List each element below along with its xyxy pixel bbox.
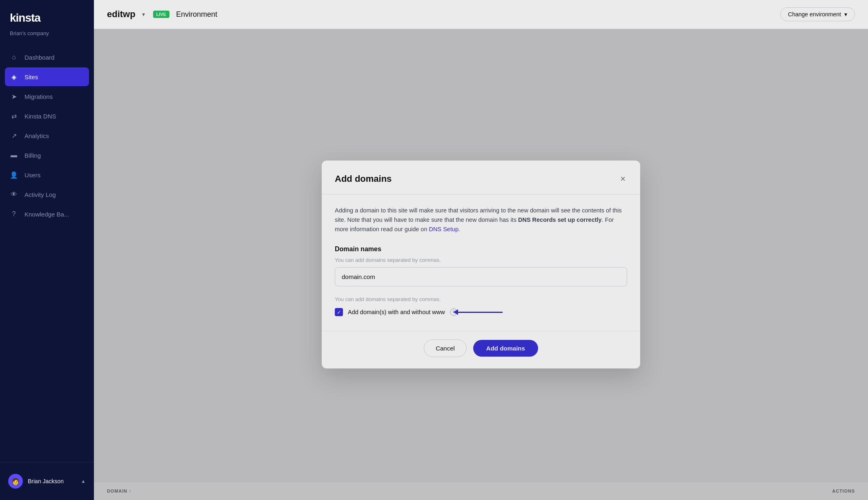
analytics-icon: ↗: [10, 132, 18, 140]
site-name: editwp: [107, 9, 136, 20]
topbar-right: Change environment ▾: [780, 7, 855, 21]
dns-icon: ⇄: [10, 112, 18, 120]
change-environment-button[interactable]: Change environment ▾: [780, 7, 855, 21]
sidebar-item-label: Kinsta DNS: [24, 113, 56, 120]
chevron-down-icon: ▾: [844, 11, 847, 18]
sites-icon: ◈: [10, 73, 18, 81]
activity-log-icon: 👁: [10, 190, 18, 199]
sidebar-item-kinsta-dns[interactable]: ⇄ Kinsta DNS: [0, 107, 94, 125]
home-icon: ⌂: [10, 53, 18, 61]
sidebar-item-label: Migrations: [24, 93, 53, 100]
site-dropdown-arrow[interactable]: ▾: [142, 11, 145, 18]
checkmark-icon: ✓: [337, 309, 341, 315]
domain-names-label: Domain names: [335, 246, 627, 253]
avatar: 🧑: [8, 474, 23, 489]
arrow-line: [458, 312, 503, 313]
users-icon: 👤: [10, 171, 18, 179]
modal-footer: Cancel Add domains: [322, 331, 640, 368]
user-profile[interactable]: 🧑 Brian Jackson ▲: [0, 469, 94, 493]
live-badge: LIVE: [153, 11, 169, 18]
input-hint: You can add domains separated by commas.: [335, 257, 627, 263]
chevron-up-icon: ▲: [81, 478, 86, 484]
modal-title: Add domains: [335, 174, 392, 184]
sidebar-nav: ⌂ Dashboard ◈ Sites ➤ Migrations ⇄ Kinst…: [0, 45, 94, 462]
input-hint2: You can add domains separated by commas.: [335, 296, 627, 302]
add-domains-button[interactable]: Add domains: [473, 340, 538, 357]
migrations-icon: ➤: [10, 92, 18, 100]
billing-icon: ▬: [10, 151, 18, 159]
sidebar-item-label: Knowledge Ba...: [24, 211, 69, 218]
main-content: editwp ▾ LIVE Environment Change environ…: [94, 0, 868, 500]
sidebar-item-label: Sites: [24, 74, 38, 80]
cancel-button[interactable]: Cancel: [424, 339, 467, 357]
checkbox-row: ✓ Add domain(s) with and without www ?: [335, 308, 627, 316]
sidebar-item-label: Dashboard: [24, 54, 54, 61]
domain-input[interactable]: [335, 267, 627, 286]
modal-body: Adding a domain to this site will make s…: [322, 194, 640, 331]
checkbox-label: Add domain(s) with and without www: [348, 309, 445, 315]
logo-area: kinsta: [0, 0, 94, 29]
logo: kinsta: [10, 11, 84, 25]
sidebar-item-billing[interactable]: ▬ Billing: [0, 146, 94, 165]
sidebar-item-knowledge-base[interactable]: ? Knowledge Ba...: [0, 205, 94, 223]
user-name: Brian Jackson: [28, 478, 76, 484]
environment-label: Environment: [176, 10, 217, 19]
sidebar-item-analytics[interactable]: ↗ Analytics: [0, 126, 94, 145]
content-area: DOMAIN ↑ ACTIONS Add domains × Adding a …: [94, 29, 868, 500]
close-button[interactable]: ×: [619, 172, 627, 186]
sidebar: kinsta Brian's company ⌂ Dashboard ◈ Sit…: [0, 0, 94, 500]
arrow-annotation: [453, 309, 503, 315]
modal-description: Adding a domain to this site will make s…: [335, 206, 627, 234]
dns-setup-link[interactable]: DNS Setup: [429, 226, 459, 232]
sidebar-item-migrations[interactable]: ➤ Migrations: [0, 87, 94, 106]
sidebar-item-label: Billing: [24, 152, 41, 159]
topbar: editwp ▾ LIVE Environment Change environ…: [94, 0, 868, 29]
sidebar-item-dashboard[interactable]: ⌂ Dashboard: [0, 48, 94, 67]
add-domains-modal: Add domains × Adding a domain to this si…: [322, 161, 640, 369]
sidebar-bottom: 🧑 Brian Jackson ▲: [0, 462, 94, 500]
knowledge-base-icon: ?: [10, 210, 18, 218]
sidebar-item-label: Users: [24, 172, 40, 179]
modal-overlay[interactable]: Add domains × Adding a domain to this si…: [94, 29, 868, 500]
sidebar-item-sites[interactable]: ◈ Sites: [5, 67, 89, 86]
sidebar-item-label: Activity Log: [24, 191, 56, 198]
modal-header: Add domains ×: [322, 161, 640, 194]
sidebar-item-activity-log[interactable]: 👁 Activity Log: [0, 185, 94, 204]
sidebar-item-users[interactable]: 👤 Users: [0, 165, 94, 184]
company-name: Brian's company: [0, 29, 94, 45]
sidebar-item-label: Analytics: [24, 132, 49, 139]
www-checkbox[interactable]: ✓: [335, 308, 343, 316]
change-env-label: Change environment: [788, 11, 841, 18]
